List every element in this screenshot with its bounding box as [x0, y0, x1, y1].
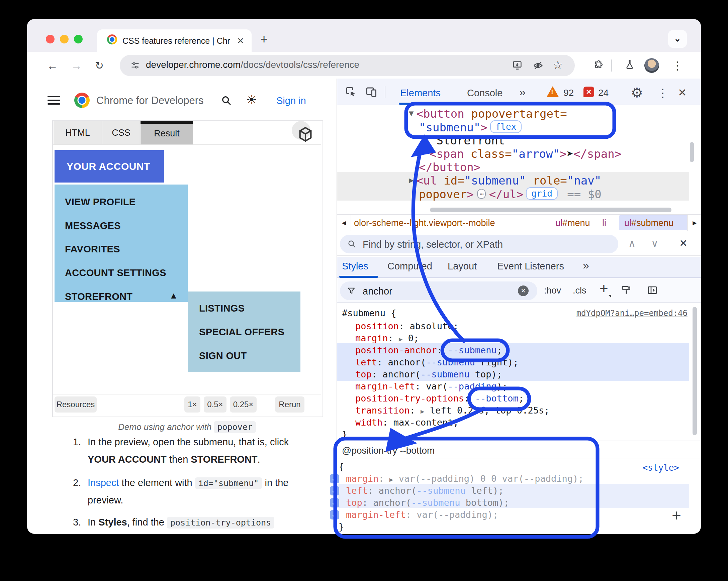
- scale-1x-button[interactable]: 1×: [184, 396, 200, 413]
- element-line-7[interactable]: popover>⋯</ul>grid == $0: [419, 187, 601, 201]
- filter-input[interactable]: [362, 283, 504, 299]
- element-line-2[interactable]: "submenu">flex: [419, 120, 524, 134]
- theme-toggle-icon[interactable]: ☀: [246, 93, 257, 107]
- position-try-header[interactable]: @position-try --bottom: [342, 445, 435, 456]
- back-icon[interactable]: ←: [47, 59, 58, 72]
- embed-fullscreen-button[interactable]: [292, 121, 310, 140]
- tab-elements[interactable]: Elements: [400, 88, 441, 99]
- site-settings-icon[interactable]: [130, 61, 140, 70]
- elements-hscrollbar[interactable]: [430, 208, 672, 212]
- tab-event-listeners[interactable]: Event Listeners: [497, 261, 564, 272]
- tab-close-icon[interactable]: ✕: [237, 35, 244, 47]
- bookmark-star-icon[interactable]: ☆: [553, 58, 563, 72]
- element-line-6[interactable]: ▶<ul id="submenu" role="nav": [409, 174, 601, 187]
- submenu-item-favorites[interactable]: FAVORITES: [65, 244, 120, 255]
- account-button[interactable]: YOUR ACCOUNT: [55, 150, 164, 183]
- element-line-4[interactable]: <span class="arrow">➤</span>: [430, 147, 621, 161]
- tab-styles[interactable]: Styles: [342, 261, 368, 272]
- new-tab-button[interactable]: +: [260, 32, 268, 47]
- warning-icon[interactable]: [547, 86, 559, 97]
- element-line-5[interactable]: </button>: [419, 161, 480, 174]
- submenu-item-messages[interactable]: MESSAGES: [65, 220, 121, 231]
- breadcrumb-body-class[interactable]: olor-scheme--light.viewport--mobile: [354, 218, 495, 228]
- hamburger-icon[interactable]: [48, 96, 60, 105]
- submenu-item-sign-out[interactable]: SIGN OUT: [199, 350, 247, 361]
- find-close-icon[interactable]: ✕: [679, 237, 687, 249]
- element-line-1[interactable]: ▼<button popovertarget=: [409, 107, 567, 120]
- device-toolbar-icon[interactable]: [365, 86, 378, 98]
- traffic-light-minimize[interactable]: [60, 35, 69, 44]
- ptry-decl-margin-left[interactable]: margin-left: var(--padding);: [346, 509, 498, 520]
- embed-tab-html[interactable]: HTML: [54, 121, 102, 144]
- toggle-cls-button[interactable]: .cls: [573, 285, 587, 296]
- browser-menu-icon[interactable]: ⋮: [672, 59, 683, 72]
- embed-tab-result[interactable]: Result: [140, 121, 193, 144]
- decl-width[interactable]: width: max-content;: [355, 417, 459, 427]
- submenu-item-view-profile[interactable]: VIEW PROFILE: [65, 197, 135, 208]
- tab-console[interactable]: Console: [467, 88, 502, 99]
- devtools-menu-icon[interactable]: ⋮: [657, 86, 669, 100]
- ptry-decl-top[interactable]: top: anchor(--submenu bottom);: [346, 497, 509, 508]
- site-search-icon[interactable]: [221, 95, 232, 106]
- scale-05x-button[interactable]: 0.5×: [204, 396, 227, 413]
- checkbox-top[interactable]: [330, 498, 339, 507]
- step-2-line-1[interactable]: Inspect the element with id="submenu" in…: [88, 477, 288, 489]
- checkbox-margin-left[interactable]: [330, 510, 339, 520]
- avatar[interactable]: [644, 58, 659, 73]
- install-icon[interactable]: [512, 60, 523, 71]
- sidebar-toggle-icon[interactable]: [647, 285, 658, 296]
- traffic-light-close[interactable]: [46, 35, 55, 44]
- submenu-item-listings[interactable]: LISTINGS: [199, 303, 244, 314]
- toggle-hov-button[interactable]: :hov: [544, 285, 561, 296]
- devtools-settings-icon[interactable]: ⚙: [631, 85, 643, 100]
- decl-position-anchor[interactable]: position-anchor: --submenu;: [355, 345, 502, 355]
- warning-count[interactable]: 92: [564, 88, 574, 98]
- sign-in-link[interactable]: Sign in: [276, 95, 306, 106]
- site-brand[interactable]: Chrome for Developers: [96, 94, 203, 107]
- decl-margin-left[interactable]: margin-left: var(--padding);: [355, 381, 508, 391]
- reload-icon[interactable]: ↻: [95, 59, 104, 72]
- experiments-icon[interactable]: [624, 59, 635, 70]
- decl-position[interactable]: position: absolute;: [355, 321, 459, 331]
- breadcrumb-li[interactable]: li: [602, 218, 606, 228]
- new-style-rule-button[interactable]: +: [600, 280, 608, 297]
- checkbox-margin[interactable]: [330, 474, 339, 483]
- decl-margin[interactable]: margin: ▶ 0;: [355, 333, 419, 343]
- decl-left[interactable]: left: anchor(--submenu right);: [355, 357, 519, 367]
- decl-top[interactable]: top: anchor(--submenu top);: [355, 369, 502, 380]
- add-rule-button[interactable]: +: [672, 506, 681, 525]
- extensions-icon[interactable]: [593, 60, 603, 71]
- breadcrumb-left-button[interactable]: ◀: [337, 215, 351, 231]
- styles-more-tabs-icon[interactable]: »: [583, 259, 589, 272]
- rendering-emulation-icon[interactable]: [621, 285, 632, 296]
- more-tabs-icon[interactable]: »: [519, 86, 526, 99]
- url-text[interactable]: developer.chrome.com/docs/devtools/css/r…: [146, 59, 359, 70]
- scale-025x-button[interactable]: 0.25×: [230, 396, 257, 413]
- tab-layout[interactable]: Layout: [448, 261, 477, 272]
- tab-overview-button[interactable]: ⌄: [668, 30, 687, 48]
- filter-clear-icon[interactable]: ✕: [518, 285, 528, 296]
- submenu-item-account-settings[interactable]: ACCOUNT SETTINGS: [65, 268, 166, 278]
- element-line-3[interactable]: "Storefront ": [430, 134, 519, 147]
- submenu-item-storefront[interactable]: STOREFRONT: [65, 291, 132, 302]
- tab-computed[interactable]: Computed: [387, 261, 432, 272]
- eye-off-icon[interactable]: [532, 60, 543, 71]
- ptry-decl-left[interactable]: left: anchor(--submenu left);: [346, 486, 503, 496]
- embed-tab-css[interactable]: CSS: [102, 121, 140, 144]
- rule-source-link[interactable]: mdYdpOM?ani…pe=embed:46: [549, 309, 687, 318]
- breadcrumb-ul-submenu[interactable]: ul#submenu: [624, 218, 673, 228]
- decl-position-try-options[interactable]: position-try-options: --bottom;: [355, 393, 524, 404]
- devtools-close-icon[interactable]: ✕: [678, 86, 687, 99]
- forward-icon[interactable]: →: [71, 59, 82, 72]
- style-tag-link[interactable]: <style>: [619, 463, 679, 473]
- breadcrumb-ul-menu[interactable]: ul#menu: [555, 218, 590, 228]
- styles-vscrollbar[interactable]: [693, 307, 697, 435]
- rule-selector[interactable]: #submenu {: [342, 308, 396, 318]
- ptry-decl-margin[interactable]: margin: ▶ var(--padding) 0 0 var(--paddi…: [346, 473, 583, 484]
- rerun-button[interactable]: Rerun: [275, 396, 305, 413]
- inspect-icon[interactable]: [345, 86, 357, 98]
- elements-vscrollbar[interactable]: [690, 142, 694, 162]
- traffic-light-zoom[interactable]: [74, 35, 83, 44]
- find-input[interactable]: [362, 237, 598, 252]
- resources-button[interactable]: Resources: [55, 396, 97, 413]
